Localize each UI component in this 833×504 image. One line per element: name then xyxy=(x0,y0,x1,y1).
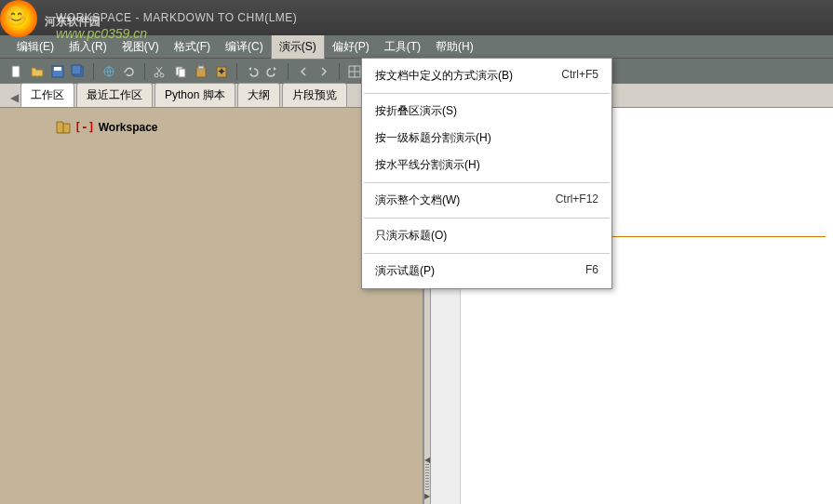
svg-rect-2 xyxy=(54,67,61,71)
menu-item[interactable]: 工具(T) xyxy=(377,35,428,59)
paste-button[interactable] xyxy=(192,62,210,81)
dropdown-shortcut: F6 xyxy=(585,263,598,279)
indent-right-button[interactable] xyxy=(315,62,333,81)
tree-root-item[interactable]: [-] Workspace xyxy=(19,117,404,138)
panel-tab[interactable]: Python 脚本 xyxy=(155,83,235,107)
explorer-button[interactable] xyxy=(100,62,118,81)
save-button[interactable] xyxy=(48,62,67,81)
indent-left-button[interactable] xyxy=(294,62,313,81)
splitter-arrow-left-icon: ◀ xyxy=(424,456,430,464)
title-bar: WORKSPACE - MARKDOWN TO CHM(LME) xyxy=(0,0,833,35)
dropdown-item-label: 按一级标题分割演示(H) xyxy=(375,130,491,146)
toolbar-separator xyxy=(93,63,94,80)
collapse-icon: [-] xyxy=(74,121,95,134)
open-button[interactable] xyxy=(28,62,47,81)
toolbar-separator xyxy=(339,63,340,80)
redo-button[interactable] xyxy=(263,62,282,81)
dropdown-separator xyxy=(364,218,610,219)
svg-rect-9 xyxy=(179,69,185,77)
dropdown-item[interactable]: 演示整个文档(W)Ctrl+F12 xyxy=(362,187,611,214)
menu-item[interactable]: 帮助(H) xyxy=(428,35,481,59)
toolbar-separator xyxy=(144,63,145,80)
tab-scroll-left-icon[interactable]: ◀ xyxy=(7,88,20,107)
panel-tab[interactable]: 工作区 xyxy=(20,83,74,107)
copy-button[interactable] xyxy=(171,62,190,81)
svg-rect-11 xyxy=(198,66,204,69)
new-file-button[interactable] xyxy=(7,62,26,81)
menu-item[interactable]: 编译(C) xyxy=(218,35,271,59)
toolbar-separator xyxy=(236,63,237,80)
toolbar-separator xyxy=(288,63,289,80)
cut-button[interactable] xyxy=(151,62,169,81)
panel-tab[interactable]: 大纲 xyxy=(237,83,280,107)
menu-item[interactable]: 插入(R) xyxy=(61,35,114,59)
menu-item[interactable]: 格式(F) xyxy=(167,35,218,59)
dropdown-item-label: 只演示标题(O) xyxy=(375,228,447,244)
save-all-button[interactable] xyxy=(69,62,87,81)
svg-text:✦: ✦ xyxy=(217,65,226,78)
tree-root-label: Workspace xyxy=(99,121,158,134)
dropdown-item[interactable]: 只演示标题(O) xyxy=(362,222,611,249)
dropdown-shortcut: Ctrl+F12 xyxy=(556,192,598,208)
show-menu-dropdown: 按文档中定义的方式演示(B)Ctrl+F5按折叠区演示(S)按一级标题分割演示(… xyxy=(361,58,612,289)
left-panel: [-] Workspace xyxy=(0,108,423,504)
svg-rect-4 xyxy=(72,65,81,74)
menu-item[interactable]: 视图(V) xyxy=(114,35,167,59)
menu-bar: 编辑(E)插入(R)视图(V)格式(F)编译(C)演示(S)偏好(P)工具(T)… xyxy=(0,35,833,58)
dropdown-item[interactable]: 按文档中定义的方式演示(B)Ctrl+F5 xyxy=(362,62,611,89)
dropdown-shortcut: Ctrl+F5 xyxy=(561,68,598,84)
paste-special-button[interactable]: ✦ xyxy=(212,62,231,81)
menu-item[interactable]: 编辑(E) xyxy=(9,35,61,59)
splitter-grip-icon xyxy=(425,464,429,492)
dropdown-item-label: 按折叠区演示(S) xyxy=(375,103,457,119)
dropdown-separator xyxy=(364,253,610,254)
dropdown-item-label: 演示试题(P) xyxy=(375,263,435,279)
workspace-tree: [-] Workspace xyxy=(0,108,423,147)
dropdown-separator xyxy=(364,182,610,183)
window-title: WORKSPACE - MARKDOWN TO CHM(LME) xyxy=(56,11,297,24)
panel-tab[interactable]: 片段预览 xyxy=(282,83,347,107)
dropdown-item-label: 演示整个文档(W) xyxy=(375,192,460,208)
dropdown-item[interactable]: 按一级标题分割演示(H) xyxy=(362,125,611,152)
book-icon xyxy=(56,121,71,134)
splitter-arrow-right-icon: ▶ xyxy=(424,492,430,500)
svg-rect-0 xyxy=(12,66,20,77)
dropdown-item-label: 按水平线分割演示(H) xyxy=(375,157,480,173)
dropdown-item[interactable]: 按水平线分割演示(H) xyxy=(362,152,611,179)
undo-button[interactable] xyxy=(243,62,262,81)
menu-item[interactable]: 演示(S) xyxy=(271,34,325,60)
dropdown-item[interactable]: 演示试题(P)F6 xyxy=(362,258,611,285)
panel-tab[interactable]: 最近工作区 xyxy=(76,83,153,107)
dropdown-separator xyxy=(364,93,610,94)
menu-item[interactable]: 偏好(P) xyxy=(325,35,377,59)
dropdown-item-label: 按文档中定义的方式演示(B) xyxy=(375,68,513,84)
refresh-button[interactable] xyxy=(120,62,139,81)
dropdown-item[interactable]: 按折叠区演示(S) xyxy=(362,98,611,125)
